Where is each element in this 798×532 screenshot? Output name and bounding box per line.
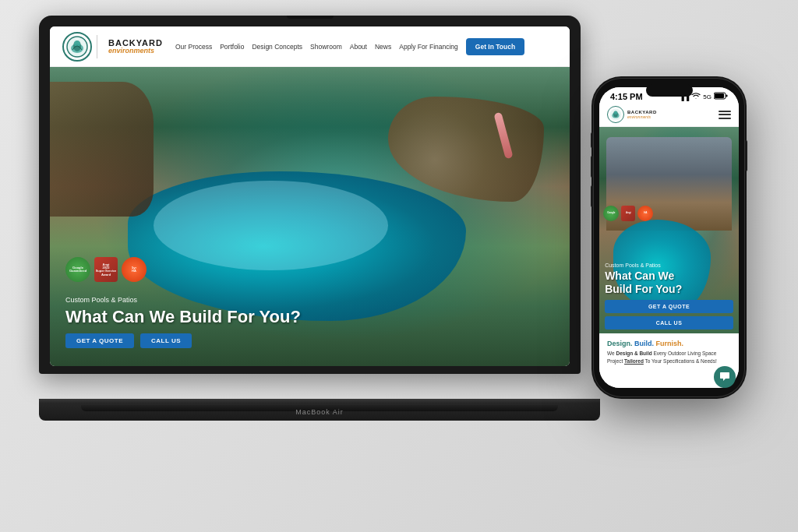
phone-bottom-text-1: We Design & Build Every Outdoor Living S… xyxy=(607,350,731,358)
design-word: Design. xyxy=(607,340,633,347)
badge-home-advisor: 5yr HA xyxy=(122,257,147,282)
nav-link-portfolio[interactable]: Portfolio xyxy=(220,43,244,51)
laptop: BACKYARD environments Our Process Portfo… xyxy=(39,16,600,421)
nav-link-our-process[interactable]: Our Process xyxy=(175,43,212,51)
dynamic-island xyxy=(646,87,693,97)
phone-volume-up-button xyxy=(591,156,593,178)
badges-area: Google Guaranteed Angi 2022 Super Servic… xyxy=(65,257,147,282)
phone-bottom-title: Design. Build. Furnish. xyxy=(607,340,731,347)
pool-highlight xyxy=(154,181,387,270)
nav-link-news[interactable]: News xyxy=(375,43,391,51)
logo-area: BACKYARD environments xyxy=(62,32,163,62)
logo-tagline: environments xyxy=(108,48,163,55)
svg-point-10 xyxy=(614,111,618,115)
hero-title: What Can We Build For You? xyxy=(65,307,301,327)
logo-divider xyxy=(97,35,97,58)
svg-rect-6 xyxy=(715,93,724,98)
laptop-screen-content: BACKYARD environments Our Process Portfo… xyxy=(50,26,570,366)
phone-badges: Google Angi HA xyxy=(603,206,653,221)
phone-silent-switch xyxy=(591,132,593,148)
logo-text-area: BACKYARD environments xyxy=(108,38,163,55)
wifi-icon xyxy=(691,92,701,101)
chat-bubble-button[interactable] xyxy=(714,366,736,388)
menu-bar-3 xyxy=(719,118,731,119)
badge-angi: Angi 2022 Super Service Award xyxy=(94,257,118,282)
logo-brand: BACKYARD xyxy=(108,38,163,48)
battery-icon xyxy=(714,92,728,101)
nav-link-financing[interactable]: Apply For Financing xyxy=(399,43,458,51)
logo-circle xyxy=(62,32,92,62)
phone-power-button xyxy=(745,140,747,171)
laptop-label: MacBook Air xyxy=(295,408,344,416)
hero-subtitle: Custom Pools & Patios xyxy=(65,296,301,304)
phone-badge-google: Google xyxy=(603,206,619,221)
phone-hero-buttons: GET A QUOTE CALL US xyxy=(605,300,733,329)
site-hero: Google Guaranteed Angi 2022 Super Servic… xyxy=(50,67,570,366)
phone-call-us-button[interactable]: CALL US xyxy=(605,316,733,329)
phone-hero: Google Angi HA Custom Pools & Patios Wha… xyxy=(599,127,739,333)
phone-hero-title: What Can WeBuild For You? xyxy=(605,270,733,296)
scene: BACKYARD environments Our Process Portfo… xyxy=(0,0,798,532)
phone-time: 4:15 PM xyxy=(610,92,643,101)
hero-buttons: GET A QUOTE CALL US xyxy=(65,333,301,348)
phone-badge-ha: HA xyxy=(637,206,653,221)
nav-link-showroom[interactable]: Showroom xyxy=(310,43,342,51)
phone-bottom-section: Design. Build. Furnish. We Design & Buil… xyxy=(599,333,739,388)
phone-bottom-text-2: Project Tailored To Your Specifications … xyxy=(607,358,731,365)
cellular-icon: 5G xyxy=(703,93,711,100)
phone: 4:15 PM ▐▐ 5G xyxy=(593,78,745,397)
build-word: Build. xyxy=(634,340,654,347)
site-nav: BACKYARD environments Our Process Portfo… xyxy=(50,26,570,67)
furnish-word: Furnish. xyxy=(656,340,684,347)
hamburger-menu-icon[interactable] xyxy=(719,111,731,119)
phone-logo-tagline: environments xyxy=(627,115,657,120)
hero-text-area: Custom Pools & Patios What Can We Build … xyxy=(65,296,301,348)
phone-get-a-quote-button[interactable]: GET A QUOTE xyxy=(605,300,733,313)
menu-bar-1 xyxy=(719,111,731,112)
laptop-base: MacBook Air xyxy=(39,399,600,421)
phone-logo-circle xyxy=(607,106,624,123)
rocks-left xyxy=(50,82,154,217)
phone-hero-subtitle: Custom Pools & Patios xyxy=(605,262,733,268)
laptop-hinge xyxy=(39,399,600,403)
hero-call-us-button[interactable]: CALL US xyxy=(140,333,192,348)
phone-logo-area: BACKYARD environments xyxy=(607,106,657,123)
phone-logo-text: BACKYARD environments xyxy=(627,110,657,119)
nav-link-design-concepts[interactable]: Design Concepts xyxy=(252,43,302,51)
laptop-notch xyxy=(287,16,334,19)
phone-badge-angi: Angi xyxy=(621,206,635,221)
badge-google: Google Guaranteed xyxy=(65,257,90,282)
nav-cta-button[interactable]: Get In Touch xyxy=(466,38,524,55)
laptop-screen-outer: BACKYARD environments Our Process Portfo… xyxy=(39,16,581,374)
nav-links: Our Process Portfolio Design Concepts Sh… xyxy=(175,38,557,55)
phone-hero-text: Custom Pools & Patios What Can WeBuild F… xyxy=(605,262,733,329)
phone-screen: 4:15 PM ▐▐ 5G xyxy=(599,87,739,388)
svg-rect-5 xyxy=(726,95,728,97)
menu-bar-2 xyxy=(719,114,731,115)
phone-volume-down-button xyxy=(591,185,593,207)
nav-link-about[interactable]: About xyxy=(350,43,367,51)
phone-nav: BACKYARD environments xyxy=(599,103,739,127)
laptop-screen-bezel: BACKYARD environments Our Process Portfo… xyxy=(50,26,570,366)
hero-get-a-quote-button[interactable]: GET A QUOTE xyxy=(65,333,134,348)
